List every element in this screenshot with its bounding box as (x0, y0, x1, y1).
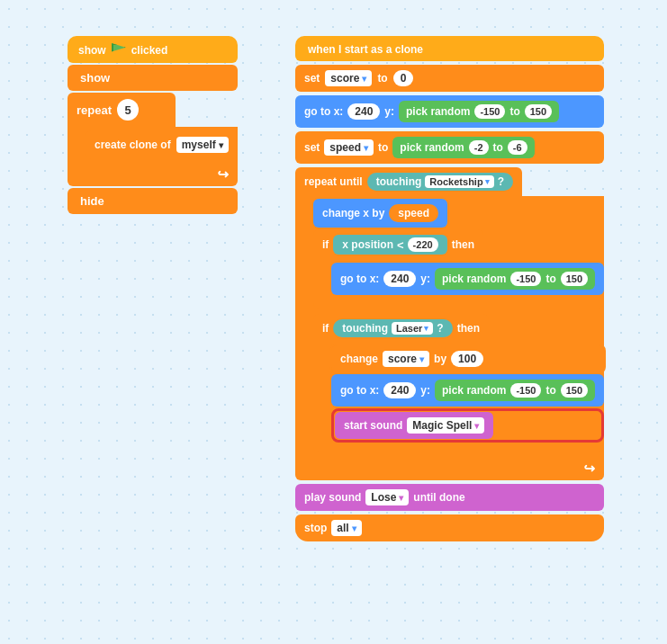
score-dropdown[interactable]: score ▾ (325, 70, 372, 86)
all-dropdown[interactable]: all ▾ (331, 520, 361, 536)
score-change-value[interactable]: 100 (451, 351, 483, 367)
create-clone-block[interactable]: create clone of myself ▾ (86, 130, 238, 159)
repeat-until-block[interactable]: repeat until touching Rocketship ▾ ? cha… (295, 167, 604, 480)
clicked-label: clicked (131, 44, 168, 57)
speed-dropdown[interactable]: speed ▾ (324, 139, 374, 156)
pick-random-2[interactable]: pick random -150 to 150 (435, 268, 595, 290)
y-label-1: y: (384, 105, 394, 118)
goto-xy-3[interactable]: go to x: 240 y: pick random -150 to 150 (331, 374, 604, 407)
goto-label-3: go to x: (340, 384, 379, 397)
hide-block[interactable]: hide (68, 188, 238, 214)
goto-x-2[interactable]: 240 (383, 271, 416, 287)
until-done-label: until done (413, 491, 464, 504)
pick-random-speed[interactable]: pick random -2 to -6 (392, 137, 534, 158)
show-block[interactable]: show (68, 65, 238, 91)
create-clone-label: create clone of (95, 139, 171, 151)
repeat-arrow: ↩ (217, 166, 229, 183)
touching-rocketship[interactable]: touching Rocketship ▾ ? (367, 173, 513, 191)
if-label-1: if (322, 238, 329, 251)
goto-xy-2[interactable]: go to x: 240 y: pick random -150 to 150 (331, 263, 604, 295)
then-label-2: then (457, 322, 480, 335)
speed-reporter: speed (389, 204, 438, 222)
myself-dropdown[interactable]: myself ▾ (176, 137, 229, 153)
goto-xy-1[interactable]: go to x: 240 y: pick random -150 to 150 (295, 95, 604, 128)
repeat-until-label: repeat until (304, 175, 363, 188)
stop-label: stop (304, 522, 327, 534)
pick-random-1[interactable]: pick random -150 to 150 (399, 101, 559, 122)
to-speed-label: to (378, 141, 388, 154)
hat-clone[interactable]: when I start as a clone (295, 36, 604, 61)
hat-when-clicked[interactable]: show clicked (68, 36, 238, 63)
score-dropdown-2[interactable]: score ▾ (383, 351, 429, 367)
lose-dropdown[interactable]: Lose ▾ (365, 489, 409, 505)
change-x-label: change x by (322, 207, 384, 219)
x-pos-condition[interactable]: x position < -220 (333, 235, 446, 255)
set-label: set (304, 72, 320, 85)
goto-label-2: go to x: (340, 273, 379, 285)
then-label-1: then (452, 238, 474, 251)
flag-icon (112, 43, 126, 58)
set-speed-label: set (304, 141, 320, 154)
repeat-until-arrow: ↩ (583, 461, 595, 477)
by-label: by (434, 353, 446, 365)
y-label-3: y: (420, 384, 430, 397)
repeat-block[interactable]: repeat 5 create clone of myself ▾ ↩ (68, 93, 238, 186)
goto-x-1[interactable]: 240 (347, 103, 380, 120)
change-x-speed[interactable]: change x by speed (313, 199, 447, 228)
start-sound-highlight: start sound Magic Spell ▾ (331, 408, 604, 443)
play-sound-block[interactable]: play sound Lose ▾ until done (295, 484, 604, 511)
change-score-block[interactable]: change score ▾ by 100 (331, 345, 604, 372)
start-sound-label: start sound (344, 419, 402, 432)
start-sound-block[interactable]: start sound Magic Spell ▾ (335, 412, 493, 439)
hide-label: hide (80, 194, 104, 208)
when-label: show (78, 44, 106, 57)
play-sound-label: play sound (304, 491, 361, 504)
pick-random-3[interactable]: pick random -150 to 150 (435, 380, 595, 401)
y-label-2: y: (420, 273, 430, 285)
goto-x-3[interactable]: 240 (383, 382, 416, 398)
set-score-block[interactable]: set score ▾ to 0 (295, 65, 604, 92)
goto-label-1: go to x: (304, 105, 343, 118)
magic-spell-dropdown[interactable]: Magic Spell ▾ (407, 417, 484, 434)
clone-hat-label: when I start as a clone (308, 43, 423, 56)
to-label: to (377, 72, 387, 85)
stop-block[interactable]: stop all ▾ (295, 514, 604, 541)
if-label-2: if (322, 322, 329, 335)
set-speed-block[interactable]: set speed ▾ to pick random -2 to -6 (295, 131, 604, 164)
if-xpos-block[interactable]: if x position < -220 then go to x: (313, 229, 604, 309)
touching-laser[interactable]: touching Laser ▾ ? (333, 319, 452, 337)
repeat-label: repeat (77, 103, 112, 117)
repeat-value[interactable]: 5 (117, 99, 139, 121)
if-laser-block[interactable]: if touching Laser ▾ ? then change (313, 314, 604, 452)
show-label: show (80, 71, 110, 85)
score-value[interactable]: 0 (393, 70, 414, 86)
change-label: change (340, 353, 378, 365)
